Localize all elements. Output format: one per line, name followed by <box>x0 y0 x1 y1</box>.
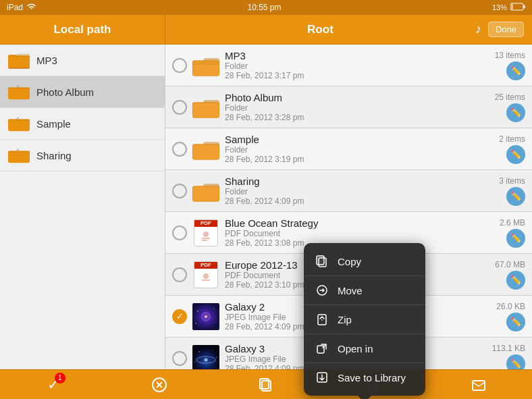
edit-button[interactable]: ✏️ <box>506 187 525 206</box>
done-button[interactable]: Done <box>488 22 524 37</box>
radio-button[interactable] <box>172 225 187 240</box>
edit-button[interactable]: ✏️ <box>506 271 525 290</box>
file-meta: 2.6 MB ✏️ <box>500 218 525 248</box>
file-meta: 26.0 KB ✏️ <box>496 302 525 331</box>
table-row[interactable]: MP3 Folder 28 Feb, 2012 3:17 pm 13 items… <box>165 45 532 86</box>
svg-point-36 <box>195 361 196 362</box>
svg-point-18 <box>203 232 209 237</box>
open-in-icon <box>315 341 329 356</box>
svg-rect-17 <box>193 186 219 201</box>
table-row[interactable]: Sample Folder 28 Feb, 2012 3:19 pm 2 ite… <box>165 128 532 170</box>
folder-thumbnail <box>192 54 219 77</box>
move-label: Move <box>338 285 363 296</box>
toolbar-email-button[interactable] <box>464 370 494 400</box>
nav-bar: Local path Root ♪ Done <box>0 15 532 45</box>
copy-label: Copy <box>338 256 361 267</box>
toolbar-copy-button[interactable] <box>251 370 281 400</box>
svg-point-27 <box>213 308 214 309</box>
open-in-label: Open in <box>338 343 373 354</box>
edit-button[interactable]: ✏️ <box>506 145 525 164</box>
svg-rect-8 <box>8 151 30 163</box>
radio-button[interactable] <box>172 142 187 157</box>
file-name: Sharing <box>225 176 494 187</box>
radio-button[interactable] <box>172 267 187 282</box>
edit-button[interactable]: ✏️ <box>506 103 525 122</box>
radio-button[interactable] <box>172 309 187 324</box>
table-row[interactable]: Sharing Folder 28 Feb, 2012 4:09 pm 3 it… <box>165 170 532 212</box>
context-menu-copy[interactable]: Copy <box>304 247 425 276</box>
file-size: 25 items <box>495 92 525 102</box>
battery-icon <box>510 3 525 12</box>
sidebar-item-mp3[interactable]: MP3 <box>0 45 165 76</box>
zip-label: Zip <box>338 314 352 325</box>
status-left: iPad <box>7 3 36 12</box>
file-size: 26.0 KB <box>496 302 525 311</box>
svg-rect-38 <box>317 256 324 265</box>
copy-toolbar-icon <box>258 377 274 393</box>
radio-button[interactable] <box>172 100 187 115</box>
battery-label: 13% <box>492 3 507 11</box>
sidebar: MP3 Photo Album Sample <box>0 45 165 369</box>
svg-point-33 <box>198 351 199 352</box>
copy-icon <box>315 254 329 269</box>
nav-left-title: Local path <box>0 15 165 44</box>
context-menu-move[interactable]: Move <box>304 276 425 305</box>
edit-button[interactable]: ✏️ <box>506 313 525 331</box>
radio-button[interactable] <box>172 351 187 366</box>
folder-icon <box>8 115 30 132</box>
file-size: 2.6 MB <box>500 218 525 228</box>
sidebar-item-label: Sharing <box>36 150 72 161</box>
sidebar-item-label: MP3 <box>36 55 57 66</box>
folder-thumbnail <box>192 180 219 203</box>
file-type: Folder <box>225 187 494 196</box>
file-type: Folder <box>225 103 489 113</box>
file-size: 13 items <box>495 51 525 60</box>
toolbar-check-button[interactable]: ✓ 1 <box>38 370 68 400</box>
file-meta: 113.1 KB ✏️ <box>492 344 525 370</box>
file-size: 67.0 MB <box>495 260 525 269</box>
svg-rect-2 <box>511 4 513 9</box>
folder-thumbnail <box>192 138 219 161</box>
folder-icon <box>8 51 30 69</box>
nav-center-title: Root <box>165 23 475 36</box>
svg-rect-20 <box>202 240 207 241</box>
sidebar-item-label: Sample <box>36 118 71 130</box>
edit-button[interactable]: ✏️ <box>506 354 525 370</box>
edit-button[interactable]: ✏️ <box>506 229 525 248</box>
svg-rect-48 <box>260 379 269 389</box>
wifi-icon <box>26 3 36 12</box>
svg-rect-19 <box>202 238 210 239</box>
svg-rect-55 <box>473 381 485 390</box>
svg-point-21 <box>203 273 209 279</box>
table-row[interactable]: Photo Album Folder 28 Feb, 2012 3:28 pm … <box>165 86 532 128</box>
context-menu-open-in[interactable]: Open in <box>304 334 425 363</box>
sidebar-item-sharing[interactable]: Sharing <box>0 140 165 171</box>
file-type: PDF Document <box>225 229 494 238</box>
file-size: 113.1 KB <box>492 344 525 353</box>
pdf-thumbnail: PDF <box>192 261 219 288</box>
file-name: Blue Ocean Strategy <box>225 217 494 229</box>
status-time: 10:55 pm <box>247 3 281 12</box>
content-area: MP3 Photo Album Sample <box>0 45 532 369</box>
galaxy3-preview <box>192 345 219 370</box>
toolbar-cancel-button[interactable] <box>144 370 174 400</box>
pdf-thumbnail: PDF <box>192 219 219 246</box>
device-label: iPad <box>7 3 23 12</box>
context-menu-zip[interactable]: Zip <box>304 305 425 334</box>
image-thumbnail <box>192 345 219 370</box>
sidebar-item-sample[interactable]: Sample <box>0 108 165 140</box>
sidebar-item-photo-album[interactable]: Photo Album <box>0 76 165 108</box>
folder-icon <box>8 147 30 164</box>
radio-button[interactable] <box>172 184 187 198</box>
context-menu-save-library[interactable]: Save to Library <box>304 363 425 392</box>
file-date: 28 Feb, 2012 3:17 pm <box>225 71 489 80</box>
save-library-label: Save to Library <box>338 372 406 383</box>
radio-button[interactable] <box>172 58 187 73</box>
svg-point-26 <box>197 311 198 312</box>
file-size: 2 items <box>499 134 525 144</box>
file-info: MP3 Folder 28 Feb, 2012 3:17 pm <box>225 50 489 80</box>
context-menu: Copy Move Zip Open in Save to Library <box>304 243 425 396</box>
music-icon: ♪ <box>475 22 481 36</box>
file-date: 28 Feb, 2012 3:19 pm <box>225 155 494 164</box>
edit-button[interactable]: ✏️ <box>506 61 525 80</box>
